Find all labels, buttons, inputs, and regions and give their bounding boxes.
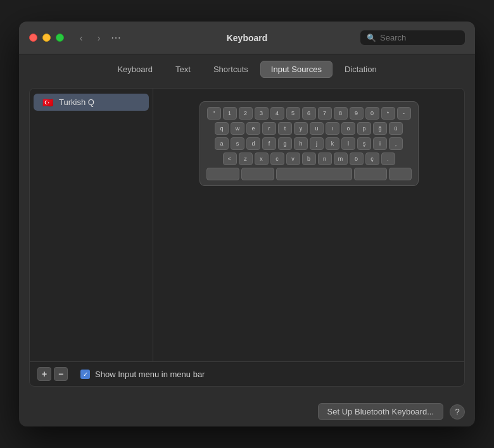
panel-bottom: + − ✓ Show Input menu in menu bar (30, 361, 464, 386)
kbd-row-1: " 1 2 3 4 5 6 7 8 9 0 * - (206, 107, 412, 120)
kbd-key: 9 (350, 107, 364, 120)
keyboard-visual: " 1 2 3 4 5 6 7 8 9 0 * - (200, 101, 419, 186)
traffic-lights (29, 34, 64, 42)
kbd-key: 8 (334, 107, 348, 120)
search-icon: 🔍 (367, 34, 376, 42)
kbd-key: ç (365, 152, 379, 165)
kbd-key: r (262, 122, 276, 135)
kbd-key: " (207, 107, 221, 120)
kbd-row-5 (206, 168, 412, 180)
kbd-key: 4 (270, 107, 284, 120)
window-title: Keyboard (227, 33, 268, 43)
checkbox-row: ✓ Show Input menu in menu bar (80, 370, 205, 379)
checkbox-checkmark: ✓ (83, 371, 88, 378)
kbd-key: c (270, 152, 284, 165)
tabs-bar: Keyboard Text Shortcuts Input Sources Di… (19, 54, 475, 83)
footer: Set Up Bluetooth Keyboard... ? (19, 397, 475, 426)
kbd-key: * (381, 107, 395, 120)
kbd-key: 0 (365, 107, 379, 120)
kbd-key-modifier (206, 168, 239, 180)
kbd-key: q (215, 122, 229, 135)
kbd-key: 7 (318, 107, 332, 120)
kbd-key: j (310, 137, 324, 150)
kbd-key: < (223, 152, 237, 165)
kbd-key: , (389, 137, 403, 150)
kbd-row-4: < z x c v b n m ö ç . (206, 152, 412, 165)
kbd-key: ğ (373, 122, 387, 135)
kbd-key-modifier (241, 168, 274, 180)
show-input-menu-label: Show Input menu in menu bar (95, 370, 205, 379)
kbd-key: 1 (223, 107, 237, 120)
kbd-key: 2 (239, 107, 253, 120)
kbd-key: k (326, 137, 339, 150)
kbd-key: 6 (302, 107, 316, 120)
kbd-key: t (278, 122, 292, 135)
tab-keyboard[interactable]: Keyboard (106, 61, 163, 78)
search-bar[interactable]: 🔍 (360, 30, 465, 45)
help-button[interactable]: ? (450, 404, 465, 420)
bluetooth-keyboard-button[interactable]: Set Up Bluetooth Keyboard... (318, 403, 443, 420)
tab-shortcuts[interactable]: Shortcuts (203, 61, 259, 78)
add-language-button[interactable]: + (37, 367, 51, 381)
turkish-flag-icon: 🇹🇷 (41, 97, 54, 107)
sidebar-item-label: Turkish Q (59, 97, 94, 107)
kbd-key: h (294, 137, 308, 150)
kbd-key: i (373, 137, 387, 150)
kbd-key: z (239, 152, 253, 165)
kbd-key-modifier (354, 168, 387, 180)
main-panel: 🇹🇷 Turkish Q " 1 2 3 4 (29, 88, 465, 387)
tab-text[interactable]: Text (165, 61, 201, 78)
kbd-key: 3 (255, 107, 269, 120)
kbd-key: u (310, 122, 324, 135)
kbd-key: v (286, 152, 300, 165)
main-window: ‹ › ⋯ Keyboard 🔍 Keyboard Text Shortcuts… (19, 22, 475, 426)
kbd-key: s (231, 137, 244, 150)
maximize-button[interactable] (56, 34, 64, 42)
kbd-row-3: a s d f g h j k l ş i , (206, 137, 412, 150)
kbd-key: f (262, 137, 276, 150)
tab-dictation[interactable]: Dictation (334, 61, 388, 78)
titlebar: ‹ › ⋯ Keyboard 🔍 (19, 22, 475, 54)
kbd-key: d (246, 137, 260, 150)
kbd-key: n (318, 152, 332, 165)
kbd-key: ö (350, 152, 364, 165)
content-area: 🇹🇷 Turkish Q " 1 2 3 4 (19, 83, 475, 397)
kbd-key: ı (326, 122, 339, 135)
grid-button[interactable]: ⋯ (111, 32, 121, 44)
back-button[interactable]: ‹ (74, 31, 88, 45)
kbd-key: o (341, 122, 355, 135)
kbd-key: m (334, 152, 348, 165)
kbd-key: p (357, 122, 371, 135)
kbd-key: a (215, 137, 229, 150)
keyboard-preview-area: " 1 2 3 4 5 6 7 8 9 0 * - (153, 89, 464, 361)
kbd-key: ş (357, 137, 371, 150)
kbd-key-modifier (389, 168, 412, 180)
tab-input-sources[interactable]: Input Sources (260, 61, 332, 78)
search-input[interactable] (380, 33, 459, 42)
show-input-menu-checkbox[interactable]: ✓ (80, 370, 90, 379)
kbd-key: g (278, 137, 292, 150)
kbd-key: . (381, 152, 395, 165)
kbd-row-2: q w e r t y u ı o p ğ ü (206, 122, 412, 135)
kbd-key: 5 (286, 107, 300, 120)
kbd-key-space (276, 168, 352, 180)
kbd-key: w (231, 122, 244, 135)
kbd-key: x (255, 152, 269, 165)
kbd-key: y (294, 122, 308, 135)
remove-language-button[interactable]: − (54, 367, 68, 381)
nav-buttons: ‹ › (74, 31, 106, 45)
close-button[interactable] (29, 34, 37, 42)
panel-inner: 🇹🇷 Turkish Q " 1 2 3 4 (30, 89, 464, 361)
kbd-key: e (246, 122, 260, 135)
forward-button[interactable]: › (92, 31, 106, 45)
kbd-key: - (397, 107, 411, 120)
language-sidebar: 🇹🇷 Turkish Q (30, 89, 153, 361)
minimize-button[interactable] (42, 34, 51, 42)
sidebar-item-turkish-q[interactable]: 🇹🇷 Turkish Q (34, 94, 149, 111)
kbd-key: ü (389, 122, 403, 135)
kbd-key: l (341, 137, 355, 150)
kbd-key: b (302, 152, 316, 165)
